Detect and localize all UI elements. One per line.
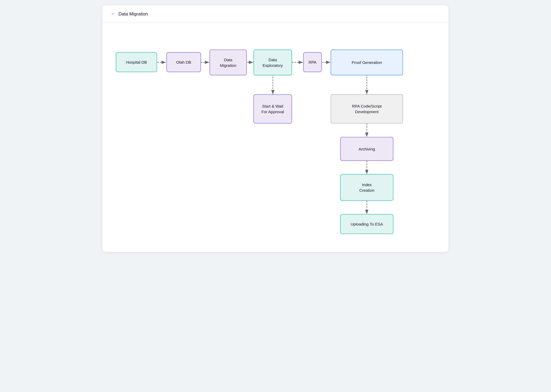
back-arrow-icon: ← (111, 11, 116, 17)
rpa-code-node[interactable]: RPA Code/Script Development (331, 94, 403, 124)
rpa-node[interactable]: RPA (303, 52, 322, 72)
data-migration-node[interactable]: Data Migration (209, 50, 247, 75)
start-wait-approval-node[interactable]: Start & Wait For Approval (253, 94, 292, 124)
proof-generation-node[interactable]: Proof Generation (331, 50, 403, 75)
page-title: Data Migration (118, 11, 148, 17)
header: ← Data Migration (102, 5, 449, 23)
olah-db-node[interactable]: Olah DB (166, 52, 201, 72)
hospital-db-node[interactable]: Hospital DB (116, 52, 157, 72)
back-button[interactable]: ← Data Migration (111, 11, 148, 17)
page-container: ← Data Migration (102, 5, 449, 252)
index-creation-node[interactable]: Index Creation (340, 174, 393, 201)
archiving-node[interactable]: Archiving (340, 137, 393, 161)
data-exploratory-node[interactable]: Data Exploratory (253, 50, 292, 75)
diagram-area: Hospital DB Olah DB Data Migration Data … (102, 23, 449, 252)
uploading-esa-node[interactable]: Uploading To ESA (340, 214, 393, 234)
